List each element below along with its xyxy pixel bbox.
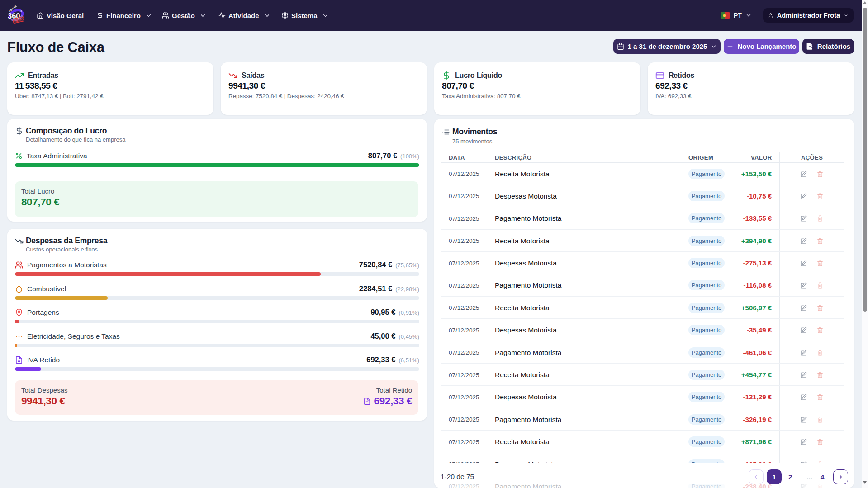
svg-text:°: ° [20, 9, 22, 14]
